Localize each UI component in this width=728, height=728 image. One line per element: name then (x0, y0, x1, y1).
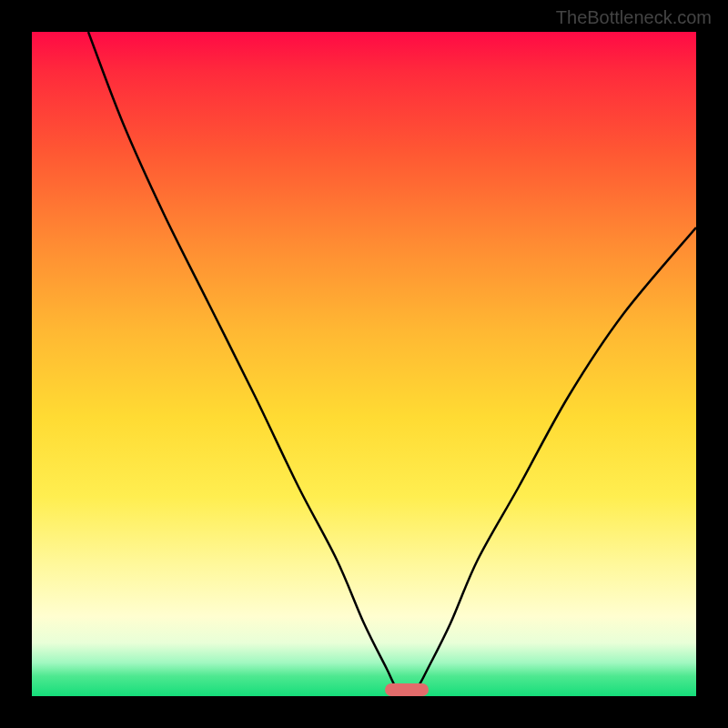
chart-plot-area (32, 32, 696, 696)
optimal-marker (385, 683, 429, 696)
curve-svg (32, 32, 696, 696)
bottleneck-curve-line (88, 32, 696, 696)
watermark-text: TheBottleneck.com (556, 7, 712, 28)
